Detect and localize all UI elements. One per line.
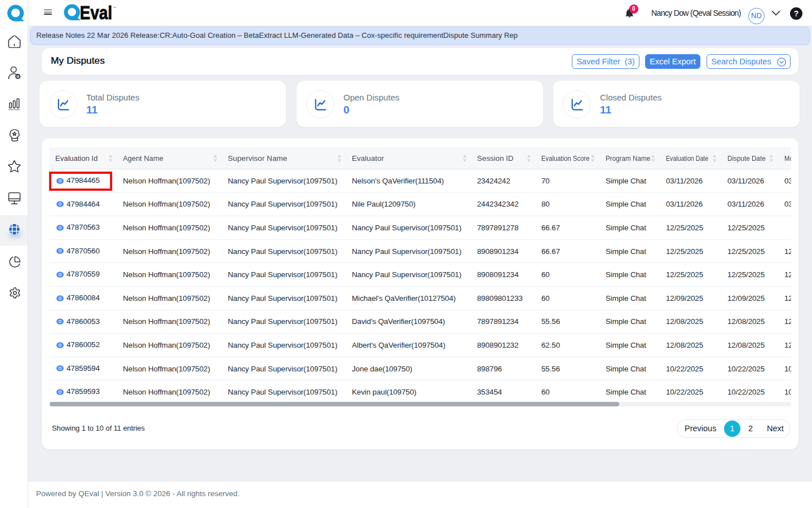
svg-text:™: ™ xyxy=(113,6,117,10)
svg-text:Eval: Eval xyxy=(80,4,113,23)
